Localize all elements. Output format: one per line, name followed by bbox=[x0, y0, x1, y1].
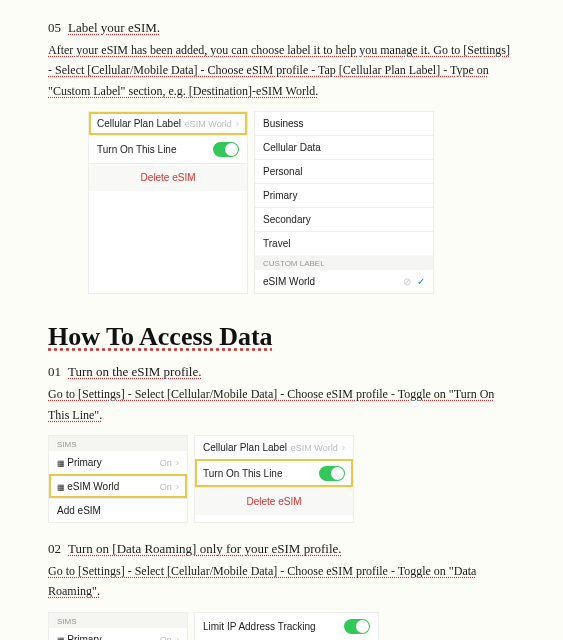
label-option[interactable]: Travel bbox=[255, 231, 433, 255]
label-option[interactable]: Business bbox=[255, 112, 433, 135]
label-option[interactable]: Cellular Data bbox=[255, 135, 433, 159]
mock-05-right-card: BusinessCellular DataPersonalPrimarySeco… bbox=[254, 111, 434, 294]
limit-ip-tracking-row: Limit IP Address Tracking bbox=[195, 613, 378, 640]
label-option[interactable]: Primary bbox=[255, 183, 433, 207]
turn-on-line-label: Turn On This Line bbox=[97, 144, 176, 155]
mock-a1-left-card: SIMs ▦ Primary On› ▦ eSIM World On› Add … bbox=[48, 435, 188, 523]
sims-header: SIMs bbox=[49, 436, 187, 451]
label-option-text: Primary bbox=[263, 190, 297, 201]
cellular-plan-label-value: eSIM World bbox=[291, 443, 338, 453]
chevron-right-icon: › bbox=[176, 481, 179, 492]
mock-05: Cellular Plan Label eSIM World› Turn On … bbox=[88, 111, 515, 294]
toggle-turn-on-line[interactable] bbox=[319, 466, 345, 481]
chevron-right-icon: › bbox=[176, 634, 179, 640]
esim-world-value: On bbox=[160, 482, 172, 492]
step-a2-number: 02 bbox=[48, 541, 61, 556]
turn-on-line-row: Turn On This Line bbox=[195, 459, 353, 487]
step-a2-body: Go to [Settings] - Select [Cellular/Mobi… bbox=[48, 561, 515, 602]
step-a1-body: Go to [Settings] - Select [Cellular/Mobi… bbox=[48, 384, 515, 425]
clear-icon[interactable]: ⊘ bbox=[403, 276, 411, 287]
label-option-text: Business bbox=[263, 118, 304, 129]
chevron-right-icon: › bbox=[342, 442, 345, 453]
limit-ip-tracking-label: Limit IP Address Tracking bbox=[203, 621, 316, 632]
step-05-number: 05 bbox=[48, 20, 61, 35]
step-a1-title: Turn on the eSIM profile. bbox=[68, 364, 202, 379]
label-option[interactable]: Secondary bbox=[255, 207, 433, 231]
custom-label-input-row[interactable]: eSIM World ⊘ ✓ bbox=[255, 270, 433, 293]
cellular-plan-label-text: Cellular Plan Label bbox=[97, 118, 181, 129]
primary-sim-row[interactable]: ▦ Primary On› bbox=[49, 451, 187, 474]
label-option-text: Cellular Data bbox=[263, 142, 321, 153]
turn-on-line-row: Turn On This Line bbox=[89, 135, 247, 163]
step-05-title: Label your eSIM. bbox=[68, 20, 160, 35]
primary-sim-label: Primary bbox=[67, 634, 101, 640]
add-esim-link: Add eSIM bbox=[57, 505, 101, 516]
step-a1-number: 01 bbox=[48, 364, 61, 379]
cellular-plan-label-value: eSIM World bbox=[185, 119, 232, 129]
toggle-limit-ip[interactable] bbox=[344, 619, 370, 634]
custom-label-header: CUSTOM LABEL bbox=[255, 255, 433, 270]
mock-05-left-card: Cellular Plan Label eSIM World› Turn On … bbox=[88, 111, 248, 294]
checkmark-icon: ✓ bbox=[417, 276, 425, 287]
primary-sim-label: Primary bbox=[67, 457, 101, 468]
add-esim-row[interactable]: Add eSIM bbox=[49, 498, 187, 522]
label-option[interactable]: Personal bbox=[255, 159, 433, 183]
mock-a1-right-card: Cellular Plan Label eSIM World› Turn On … bbox=[194, 435, 354, 523]
mock-a2: SIMs ▦ Primary On› ▦ eSIM World On› Add … bbox=[48, 612, 515, 640]
mock-a1: SIMs ▦ Primary On› ▦ eSIM World On› Add … bbox=[48, 435, 515, 523]
label-option-text: Secondary bbox=[263, 214, 311, 225]
step-a2-header: 02 Turn on [Data Roaming] only for your … bbox=[48, 541, 515, 557]
label-option-text: Personal bbox=[263, 166, 302, 177]
step-05-header: 05 Label your eSIM. bbox=[48, 20, 515, 36]
custom-label-value: eSIM World bbox=[263, 276, 315, 287]
label-option-text: Travel bbox=[263, 238, 290, 249]
esim-world-row[interactable]: ▦ eSIM World On› bbox=[49, 474, 187, 498]
mock-a2-left-card: SIMs ▦ Primary On› ▦ eSIM World On› Add … bbox=[48, 612, 188, 640]
step-a1-header: 01 Turn on the eSIM profile. bbox=[48, 364, 515, 380]
chevron-right-icon: › bbox=[236, 118, 239, 129]
sims-header: SIMs bbox=[49, 613, 187, 628]
turn-on-line-label: Turn On This Line bbox=[203, 468, 282, 479]
section-heading-access-data: How To Access Data bbox=[48, 322, 515, 352]
mock-a2-right-card: Limit IP Address Tracking Data Roaming C… bbox=[194, 612, 379, 640]
step-05-body: After your eSIM has been added, you can … bbox=[48, 40, 515, 101]
cellular-plan-label-row[interactable]: Cellular Plan Label eSIM World› bbox=[195, 436, 353, 459]
cellular-plan-label-row[interactable]: Cellular Plan Label eSIM World› bbox=[89, 112, 247, 135]
delete-esim-button[interactable]: Delete eSIM bbox=[89, 163, 247, 191]
delete-esim-button[interactable]: Delete eSIM bbox=[195, 487, 353, 515]
primary-sim-value: On bbox=[160, 458, 172, 468]
label-options-list: BusinessCellular DataPersonalPrimarySeco… bbox=[255, 112, 433, 255]
primary-sim-row[interactable]: ▦ Primary On› bbox=[49, 628, 187, 640]
esim-world-label: eSIM World bbox=[67, 481, 119, 492]
cellular-plan-label-text: Cellular Plan Label bbox=[203, 442, 287, 453]
toggle-turn-on-line[interactable] bbox=[213, 142, 239, 157]
chevron-right-icon: › bbox=[176, 457, 179, 468]
primary-sim-value: On bbox=[160, 635, 172, 640]
step-a2-title: Turn on [Data Roaming] only for your eSI… bbox=[68, 541, 342, 556]
